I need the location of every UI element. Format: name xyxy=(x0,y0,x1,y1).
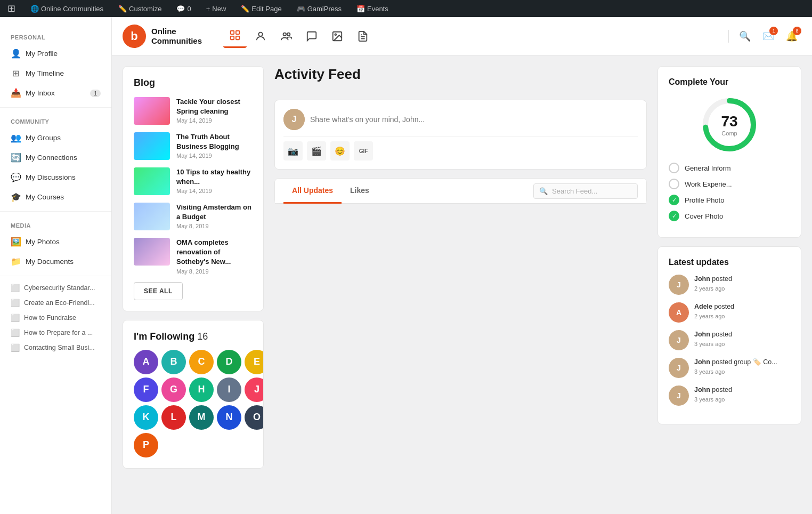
sidebar-doc-cybersecurity[interactable]: ⬜ Cybersecurity Standar... xyxy=(0,280,111,295)
checklist-profile-photo[interactable]: ✓ Profile Photo xyxy=(669,195,790,205)
following-avatar-1[interactable]: A xyxy=(134,350,158,374)
site-logo[interactable]: b Online Communities xyxy=(123,25,202,48)
following-avatar-15[interactable]: O xyxy=(245,405,264,430)
update-avatar-3[interactable]: J xyxy=(669,330,689,350)
update-avatar-4[interactable]: J xyxy=(669,358,689,378)
media-section-label: MEDIA xyxy=(0,216,111,232)
blog-item-1[interactable]: Tackle Your closest Spring cleaning May … xyxy=(134,97,253,125)
sidebar-item-my-photos[interactable]: 🖼️ My Photos xyxy=(0,232,111,252)
admin-new[interactable]: + New xyxy=(203,0,230,17)
following-avatar-4[interactable]: D xyxy=(217,350,241,374)
photo-upload-btn[interactable]: 📷 xyxy=(283,141,303,160)
feed-search-input[interactable] xyxy=(552,187,632,195)
admin-site-name[interactable]: 🌐 Online Communities xyxy=(27,0,107,17)
post-input-row: J xyxy=(283,109,638,130)
doc-icon-5: ⬜ xyxy=(11,343,20,352)
video-upload-btn[interactable]: 🎬 xyxy=(307,141,326,160)
nav-groups-btn[interactable] xyxy=(274,25,298,48)
documents-icon: 📁 xyxy=(11,256,20,267)
following-avatar-5[interactable]: E xyxy=(245,350,264,374)
following-avatar-6[interactable]: F xyxy=(134,378,158,402)
post-input-field[interactable] xyxy=(310,115,638,124)
blog-item-2[interactable]: The Truth About Business Blogging May 14… xyxy=(134,132,253,160)
nav-profile-btn[interactable] xyxy=(249,25,272,48)
blog-item-4[interactable]: Visiting Amsterdam on a Budget May 8, 20… xyxy=(134,203,253,230)
emoji-btn[interactable]: 😊 xyxy=(330,141,350,160)
feed-tabs: All Updates Likes xyxy=(283,179,378,203)
main-content: b Online Communities xyxy=(112,17,812,514)
sidebar-doc-prepare[interactable]: ⬜ How to Prepare for a ... xyxy=(0,325,111,340)
blog-thumb-1 xyxy=(134,97,170,125)
following-avatar-2[interactable]: B xyxy=(161,350,186,374)
bell-notification-btn[interactable]: 🔔 8 xyxy=(782,27,801,46)
nav-docs-btn[interactable] xyxy=(351,25,375,48)
sidebar-item-my-groups[interactable]: 👥 My Groups xyxy=(0,128,111,148)
feed-tabs-row: All Updates Likes 🔍 xyxy=(275,179,646,204)
svg-point-4 xyxy=(258,32,262,36)
blog-card: Blog Tackle Your closest Spring cleaning… xyxy=(123,66,264,311)
following-avatar-8[interactable]: H xyxy=(189,378,214,402)
nav-home-btn[interactable] xyxy=(223,25,247,48)
admin-comments[interactable]: 💬 0 xyxy=(173,0,194,17)
sidebar-doc-eco[interactable]: ⬜ Create an Eco-Friendl... xyxy=(0,295,111,310)
sidebar-item-my-inbox[interactable]: 📥 My Inbox 1 xyxy=(0,83,111,103)
following-avatar-12[interactable]: L xyxy=(161,405,186,430)
update-item-4: J John posted group 🏷️ Co... 3 years ago xyxy=(669,358,790,378)
admin-customize[interactable]: ✏️ Customize xyxy=(115,0,165,17)
following-avatar-9[interactable]: I xyxy=(217,378,241,402)
following-grid: A B C D E F G H I J K L M xyxy=(134,350,253,457)
sidebar-item-my-courses[interactable]: 🎓 My Courses xyxy=(0,187,111,207)
following-avatar-10[interactable]: J xyxy=(245,378,264,402)
sidebar-item-my-profile[interactable]: 👤 My Profile xyxy=(0,44,111,63)
left-column: Blog Tackle Your closest Spring cleaning… xyxy=(123,66,264,503)
content-area: Blog Tackle Your closest Spring cleaning… xyxy=(112,55,812,514)
following-avatar-3[interactable]: C xyxy=(189,350,214,374)
blog-thumb-4 xyxy=(134,203,170,230)
svg-rect-1 xyxy=(236,31,239,34)
nav-media-btn[interactable] xyxy=(326,25,349,48)
email-notification-btn[interactable]: ✉️ 1 xyxy=(759,27,778,46)
sidebar-item-my-discussions[interactable]: 💬 My Discussions xyxy=(0,167,111,187)
admin-wp-logo[interactable]: ⊞ xyxy=(4,0,19,17)
update-text-5: John posted 3 years ago xyxy=(694,386,732,403)
sidebar-divider-1 xyxy=(0,107,111,108)
following-avatar-7[interactable]: G xyxy=(161,378,186,402)
admin-events[interactable]: 📅 Events xyxy=(353,0,392,17)
sidebar-doc-contacting[interactable]: ⬜ Contacting Small Busi... xyxy=(0,340,111,355)
nav-messages-btn[interactable] xyxy=(300,25,323,48)
checklist-work-exp[interactable]: Work Experie... xyxy=(669,179,790,189)
checklist-general-info[interactable]: General Inform xyxy=(669,163,790,173)
following-avatar-16[interactable]: P xyxy=(134,433,158,457)
see-all-button[interactable]: SEE ALL xyxy=(134,282,183,300)
blog-item-5[interactable]: OMA completes renovation of Sotheby's Ne… xyxy=(134,238,253,275)
sidebar-item-my-documents[interactable]: 📁 My Documents xyxy=(0,252,111,271)
svg-point-6 xyxy=(287,33,290,36)
checklist-cover-photo[interactable]: ✓ Cover Photo xyxy=(669,211,790,221)
gif-btn[interactable]: GIF xyxy=(354,141,373,160)
admin-gamipress[interactable]: 🎮 GamiPress xyxy=(294,0,345,17)
admin-edit-page[interactable]: ✏️ Edit Page xyxy=(238,0,285,17)
sidebar-item-my-timeline[interactable]: ⊞ My Timeline xyxy=(0,63,111,83)
following-avatar-14[interactable]: N xyxy=(217,405,241,430)
personal-section-label: PERSONAL xyxy=(0,28,111,44)
profile-icon: 👤 xyxy=(11,49,20,59)
update-avatar-1[interactable]: J xyxy=(669,275,689,295)
update-avatar-5[interactable]: J xyxy=(669,386,689,406)
sidebar-doc-fundraise[interactable]: ⬜ How to Fundraise xyxy=(0,310,111,325)
tab-all-updates[interactable]: All Updates xyxy=(283,179,342,204)
update-item-5: J John posted 3 years ago xyxy=(669,386,790,406)
blog-thumb-3 xyxy=(134,167,170,195)
sidebar-item-my-connections[interactable]: 🔄 My Connections xyxy=(0,148,111,167)
sidebar-divider-2 xyxy=(0,211,111,212)
feed-search-icon: 🔍 xyxy=(539,187,548,195)
blog-item-text-5: OMA completes renovation of Sotheby's Ne… xyxy=(176,238,253,275)
update-avatar-2[interactable]: A xyxy=(669,302,689,323)
blog-card-body: Blog Tackle Your closest Spring cleaning… xyxy=(123,67,263,311)
admin-bar: ⊞ 🌐 Online Communities ✏️ Customize 💬 0 … xyxy=(0,0,812,17)
tab-likes[interactable]: Likes xyxy=(342,179,378,204)
search-icon-btn[interactable]: 🔍 xyxy=(735,27,754,46)
following-avatar-13[interactable]: M xyxy=(189,405,214,430)
following-avatar-11[interactable]: K xyxy=(134,405,158,430)
blog-item-3[interactable]: 10 Tips to stay healthy when... May 14, … xyxy=(134,167,253,195)
blog-item-text-3: 10 Tips to stay healthy when... May 14, … xyxy=(176,167,253,194)
